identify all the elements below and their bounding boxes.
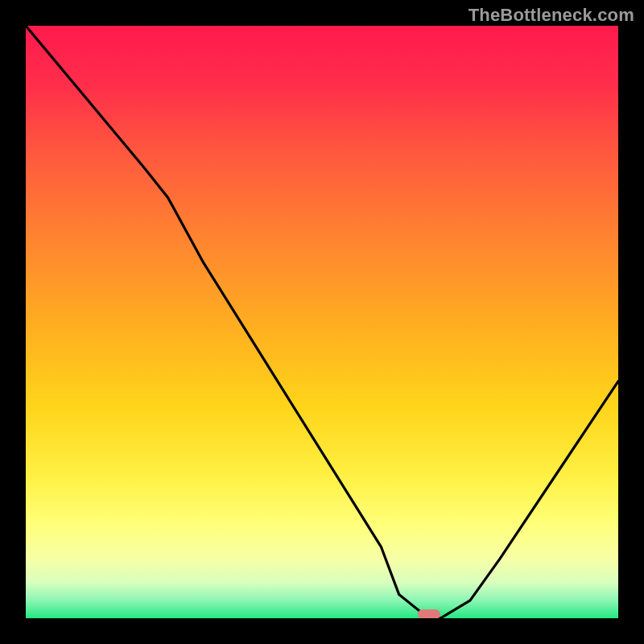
- bottleneck-curve: [26, 26, 618, 618]
- watermark-text: TheBottleneck.com: [469, 5, 634, 26]
- plot-area: [26, 26, 618, 618]
- curve-path: [26, 26, 618, 618]
- chart-frame: TheBottleneck.com: [0, 0, 644, 644]
- optimal-marker: [418, 609, 440, 618]
